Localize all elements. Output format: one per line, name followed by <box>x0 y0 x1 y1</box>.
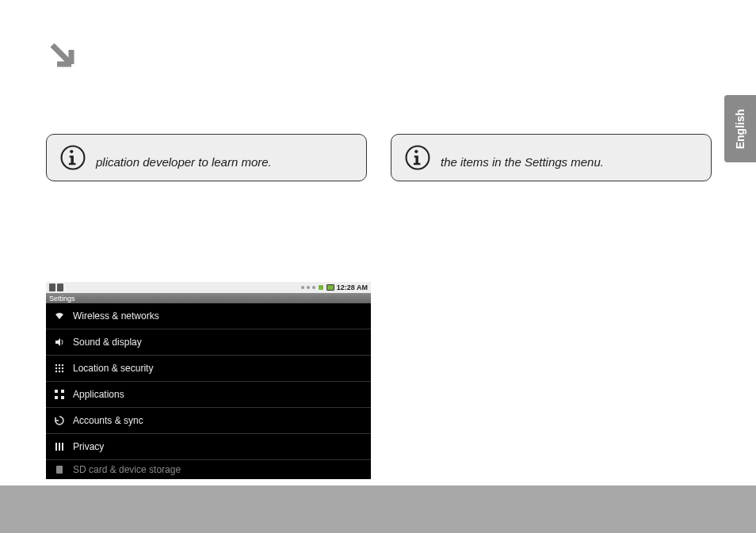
note-box-left: plication developer to learn more. <box>46 134 367 181</box>
status-clock: 12:28 AM <box>337 284 368 291</box>
svg-rect-20 <box>62 443 63 451</box>
svg-point-9 <box>59 367 60 369</box>
battery-icon <box>326 284 334 291</box>
svg-rect-15 <box>61 390 64 393</box>
wifi-icon <box>54 310 65 322</box>
svg-rect-4 <box>319 285 323 290</box>
svg-point-6 <box>59 364 60 366</box>
notes-row: plication developer to learn more. the i… <box>46 134 708 181</box>
setting-item-storage[interactable]: SD card & device storage <box>46 460 371 479</box>
svg-point-1 <box>70 150 73 153</box>
svg-point-11 <box>55 371 57 372</box>
status-dot-icon <box>312 286 315 289</box>
setting-item-location[interactable]: Location & security <box>46 356 371 382</box>
note-left-text: plication developer to learn more. <box>96 154 272 172</box>
speaker-icon <box>54 337 65 348</box>
svg-rect-21 <box>56 466 63 474</box>
status-bar: 12:28 AM <box>46 282 371 293</box>
footer-band <box>0 485 756 533</box>
svg-point-3 <box>414 150 418 153</box>
status-dot-icon <box>301 286 304 289</box>
info-icon <box>404 144 431 171</box>
svg-rect-16 <box>55 396 58 399</box>
svg-point-13 <box>62 371 63 372</box>
apps-icon <box>54 389 65 400</box>
setting-label: Applications <box>73 389 124 400</box>
svg-point-12 <box>59 371 60 372</box>
sync-icon <box>54 415 65 426</box>
svg-rect-14 <box>55 390 58 393</box>
usb-icon <box>49 284 55 291</box>
svg-rect-19 <box>59 443 60 451</box>
svg-point-8 <box>55 367 57 369</box>
setting-item-privacy[interactable]: Privacy <box>46 434 371 460</box>
svg-point-5 <box>55 364 57 366</box>
language-tab[interactable]: English <box>724 95 756 162</box>
note-box-right: the items in the Settings menu. <box>391 134 712 181</box>
note-right-text: the items in the Settings menu. <box>441 154 604 172</box>
setting-item-accounts[interactable]: Accounts & sync <box>46 408 371 434</box>
info-icon <box>59 144 86 171</box>
page-arrow-icon <box>49 42 74 67</box>
usb-icon <box>57 284 63 291</box>
settings-titlebar: Settings <box>46 293 371 303</box>
svg-rect-18 <box>55 443 57 451</box>
privacy-icon <box>54 441 65 452</box>
setting-label: Sound & display <box>73 337 142 348</box>
svg-rect-17 <box>61 396 64 399</box>
android-settings-screenshot: 12:28 AM Settings Wireless & networks So… <box>46 282 371 477</box>
language-label: English <box>734 109 746 149</box>
svg-point-10 <box>62 367 63 369</box>
setting-item-applications[interactable]: Applications <box>46 382 371 408</box>
setting-label: Location & security <box>73 363 153 374</box>
setting-label: Wireless & networks <box>73 310 159 322</box>
grid-icon <box>54 363 65 374</box>
sd-card-icon <box>54 464 65 475</box>
setting-label: Accounts & sync <box>73 415 143 426</box>
svg-point-7 <box>62 364 63 366</box>
settings-title: Settings <box>49 295 75 303</box>
setting-label: Privacy <box>73 441 104 452</box>
setting-item-wireless[interactable]: Wireless & networks <box>46 303 371 329</box>
setting-label: SD card & device storage <box>73 464 181 475</box>
status-dot-icon <box>307 286 310 289</box>
settings-list: Wireless & networks Sound & display Loca… <box>46 303 371 479</box>
android-icon <box>318 284 324 291</box>
setting-item-sound[interactable]: Sound & display <box>46 329 371 356</box>
